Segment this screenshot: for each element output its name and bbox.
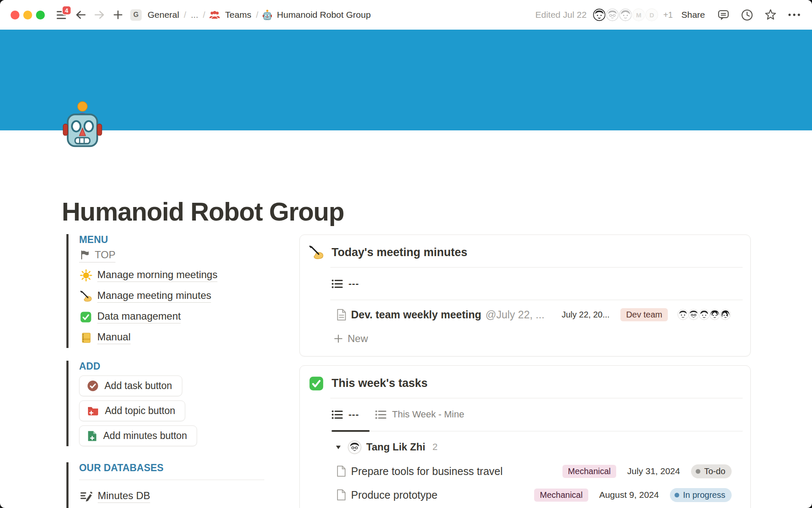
breadcrumb-page[interactable]: Humanoid Robot Group	[276, 10, 372, 20]
menu-item-label: Manage morning meetings	[97, 269, 217, 282]
comments-button[interactable]	[717, 8, 730, 21]
breadcrumb-separator: /	[256, 10, 258, 20]
teams-icon	[209, 10, 220, 20]
minimize-button[interactable]	[23, 11, 32, 19]
check-button-icon	[308, 375, 324, 391]
avatar[interactable]	[618, 8, 633, 22]
star-icon	[764, 8, 777, 21]
weekly-tasks-card: This week's tasks --- This Week - Mine	[299, 365, 751, 508]
page-icon-robot[interactable]	[62, 101, 103, 147]
menu-item-morning-meetings[interactable]: Manage morning meetings	[79, 265, 267, 286]
more-options-button[interactable]	[788, 8, 801, 21]
ledger-icon	[79, 332, 93, 344]
presence-avatars: M D	[593, 8, 659, 22]
robot-mini-icon	[262, 9, 272, 20]
favorite-button[interactable]	[764, 8, 777, 21]
avatar[interactable]	[592, 8, 606, 22]
meeting-date: July 22, 20...	[562, 310, 609, 320]
meeting-minutes-card: Today's meeting minutes --- Dev. team we…	[299, 235, 751, 356]
add-minutes-button[interactable]: Add minutes button	[79, 425, 197, 446]
page-icon	[336, 489, 347, 501]
card-title: Today's meeting minutes	[332, 246, 467, 259]
avatar	[719, 308, 732, 321]
breadcrumb-teams[interactable]: Teams	[224, 10, 252, 20]
plus-icon	[334, 334, 343, 343]
view-tabs: --- This Week - Mine	[300, 398, 750, 431]
new-tab-button[interactable]	[112, 9, 123, 20]
menu-section: MENU TOP Manage morning meetings Manage …	[66, 234, 267, 348]
writing-hand-icon	[79, 290, 93, 303]
share-button[interactable]: Share	[681, 10, 705, 20]
breadcrumb-general[interactable]: General	[147, 10, 180, 20]
zoom-button[interactable]	[36, 11, 45, 19]
forward-button[interactable]	[94, 9, 105, 20]
back-button[interactable]	[75, 9, 86, 20]
folder-plus-icon	[87, 406, 99, 416]
updates-button[interactable]	[741, 8, 753, 21]
arrow-left-icon	[75, 10, 86, 20]
new-label: New	[348, 333, 368, 345]
due-date: August 9, 2024	[599, 490, 659, 500]
sun-icon	[79, 269, 93, 282]
menu-item-data-management[interactable]: Data management	[79, 306, 267, 327]
avatar-initial-d[interactable]: D	[645, 8, 659, 22]
sidebar-toggle-button[interactable]: 4	[55, 8, 68, 21]
task-row[interactable]: Prepare tools for business travel Mechan…	[300, 459, 750, 483]
new-meeting-button[interactable]: New	[300, 328, 750, 350]
group-header: Tang Lik Zhi 2	[300, 435, 750, 459]
view-tab-minutes[interactable]: ---	[300, 268, 750, 300]
status-label: To-do	[704, 467, 725, 476]
menu-item-meeting-minutes[interactable]: Manage meeting minutes	[79, 286, 267, 306]
clock-icon	[741, 9, 753, 21]
chevron-down-icon	[335, 445, 341, 450]
menu-item-label: TOP	[95, 249, 115, 261]
database-link-label: Minutes DB	[98, 490, 150, 503]
status-badge: In progress	[670, 488, 732, 502]
traffic-lights	[11, 11, 45, 19]
databases-heading: OUR DATABASES	[79, 462, 267, 474]
meeting-title: Dev. team weekly meeting	[351, 309, 481, 321]
notion-window: 4 G General / ... / Teams / Humanoid Rob…	[0, 0, 812, 508]
database-link-minutes-db[interactable]: Minutes DB	[79, 489, 267, 503]
breadcrumb-ellipsis[interactable]: ...	[190, 10, 199, 20]
add-topic-button[interactable]: Add topic button	[79, 400, 185, 421]
arrow-right-icon	[94, 10, 105, 20]
writing-hand-icon	[308, 245, 324, 260]
menu-heading: MENU	[79, 234, 267, 246]
divider	[79, 480, 264, 480]
file-plus-icon	[87, 430, 97, 442]
avatar-initial-m[interactable]: M	[631, 8, 646, 22]
add-section: ADD Add task button Add topic button Add…	[66, 361, 267, 446]
ellipsis-icon	[788, 13, 801, 17]
menu-item-manual[interactable]: Manual	[79, 327, 267, 348]
notification-badge: 4	[62, 6, 71, 15]
presence-overflow-count[interactable]: +1	[663, 10, 673, 20]
document-icon	[336, 309, 347, 321]
group-avatar	[348, 441, 361, 454]
task-row[interactable]: Produce prototype Mechanical August 9, 2…	[300, 483, 750, 507]
workspace-badge[interactable]: G	[130, 9, 142, 21]
team-tag: Dev team	[620, 308, 668, 321]
robot-icon	[62, 101, 103, 147]
flag-icon	[79, 249, 90, 260]
avatar[interactable]	[605, 8, 620, 22]
view-tab-label: This Week - Mine	[392, 409, 464, 420]
meeting-row[interactable]: Dev. team weekly meeting @July 22, ... J…	[300, 301, 750, 328]
card-title: This week's tasks	[332, 377, 428, 390]
view-tab-this-week-mine[interactable]: This Week - Mine	[375, 409, 464, 420]
close-button[interactable]	[11, 11, 19, 19]
status-dot	[675, 493, 679, 497]
menu-item-label: Manual	[97, 331, 131, 344]
status-dot	[696, 469, 700, 474]
menu-item-label: Manage meeting minutes	[97, 290, 211, 303]
group-name[interactable]: Tang Lik Zhi	[366, 441, 425, 453]
collapse-toggle[interactable]	[335, 445, 342, 450]
breadcrumb-separator: /	[203, 10, 206, 20]
breadcrumb: General / ... / Teams / Humanoid Robot G…	[147, 9, 372, 20]
card-header: Today's meeting minutes	[300, 235, 750, 260]
add-task-button[interactable]: Add task button	[79, 375, 182, 396]
category-tag: Mechanical	[534, 489, 588, 502]
breadcrumb-separator: /	[184, 10, 187, 20]
menu-item-top[interactable]: TOP	[79, 246, 267, 265]
view-tab-active[interactable]: ---	[332, 409, 359, 420]
